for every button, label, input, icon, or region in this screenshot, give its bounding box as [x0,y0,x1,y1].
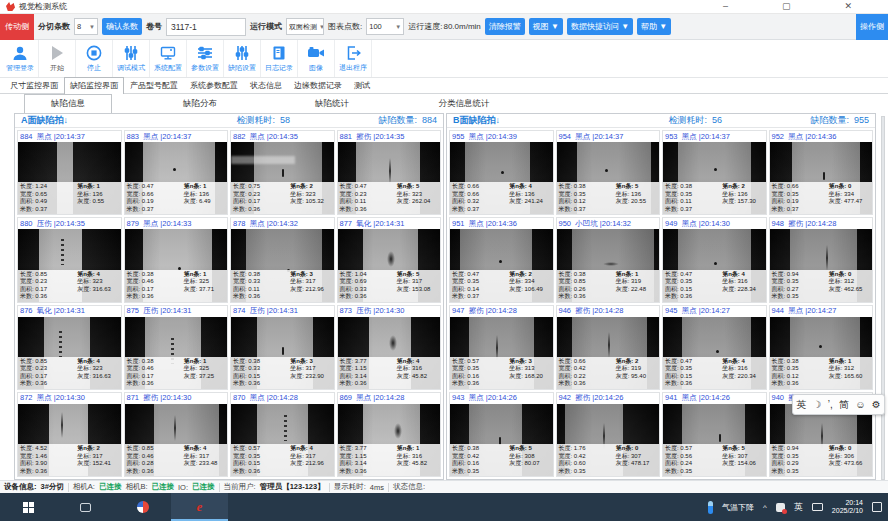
ime-item[interactable]: ’, [828,399,833,410]
defect-cell-872[interactable]: 872 黑点 |20:14:30长度: 4.52宽度: 1.46面积: 3.90… [17,392,122,477]
defect-cell-944[interactable]: 944 黑点 |20:14:27长度: 0.38宽度: 0.35面积: 0.12… [769,305,874,390]
defect-cell-873[interactable]: 873 压伤 |20:14:30长度: 3.77宽度: 1.15面积: 3.14… [337,305,442,390]
defect-cell-953[interactable]: 953 黑点 |20:14:37长度: 0.38宽度: 0.35面积: 0.11… [662,130,767,215]
图像-button[interactable]: 图像 [298,40,335,77]
defect-image[interactable]: 长度: 0.57宽度: 0.35面积: 0.15米数: 0.36第n条: 4坐标… [231,404,334,476]
defect-image[interactable]: 长度: 0.47宽度: 0.35面积: 0.15米数: 0.36第n条: 4坐标… [663,317,766,389]
defect-cell-876[interactable]: 876 氧化 |20:14:31长度: 0.85宽度: 0.23面积: 0.17… [17,305,122,390]
开始-button[interactable]: 开始 [39,40,76,77]
minimize-button[interactable]: – [723,2,728,11]
defect-image[interactable]: 长度: 0.85宽度: 0.23面积: 0.17米数: 0.36第n条: 4坐标… [18,229,121,301]
clear-alarm-button[interactable]: 清除报警 [485,18,525,35]
defect-image[interactable]: 长度: 0.38宽度: 0.35面积: 0.12米数: 0.37第n条: 5坐标… [557,142,660,214]
defect-cell-951[interactable]: 951 黑点 |20:14:36长度: 0.47宽度: 0.35面积: 0.14… [449,217,554,302]
notification-center-icon[interactable] [872,502,882,512]
停止-button[interactable]: 停止 [76,40,113,77]
vertical-scrollbar[interactable] [881,116,885,480]
defect-image[interactable]: 长度: 0.38宽度: 0.33面积: 0.11米数: 0.36第n条: 3坐标… [231,229,334,301]
缺陷设置-button[interactable]: 缺陷设置 [224,40,261,77]
defect-cell-875[interactable]: 875 压伤 |20:14:31长度: 0.38宽度: 0.46面积: 0.17… [124,305,229,390]
quick-access-menu-button[interactable]: 数据快捷访问 ▼ [567,18,633,35]
subtab-分类信息统计[interactable]: 分类信息统计 [420,94,508,114]
defect-cell-945[interactable]: 945 黑点 |20:14:27长度: 0.47宽度: 0.35面积: 0.15… [662,305,767,390]
defect-cell-946[interactable]: 946 擦伤 |20:14:28长度: 0.66宽度: 0.42面积: 0.22… [556,305,661,390]
defect-cell-942[interactable]: 942 擦伤 |20:14:26长度: 1.76宽度: 0.42面积: 0.60… [556,392,661,477]
task-view-button[interactable] [57,493,114,521]
defect-image[interactable]: 长度: 0.47宽度: 0.66面积: 0.19米数: 0.37第n条: 1坐标… [125,142,228,214]
defect-image[interactable]: 长度: 0.57宽度: 0.35面积: 0.16米数: 0.36第n条: 3坐标… [450,317,553,389]
defect-cell-941[interactable]: 941 黑点 |20:14:26长度: 0.57宽度: 0.56面积: 0.24… [662,392,767,477]
defect-image[interactable]: 长度: 0.38宽度: 0.33面积: 0.15米数: 0.36第n条: 3坐标… [231,317,334,389]
defect-cell-878[interactable]: 878 黑点 |20:14:32长度: 0.38宽度: 0.33面积: 0.11… [230,217,335,302]
defect-image[interactable]: 长度: 1.04宽度: 0.69面积: 0.33米数: 0.36第n条: 5坐标… [338,229,441,301]
tab-系统参数配置[interactable]: 系统参数配置 [184,77,244,93]
tab-产品型号配置[interactable]: 产品型号配置 [124,77,184,93]
defect-cell-950[interactable]: 950 小凹坑 |20:14:32长度: 0.38宽度: 0.85面积: 0.2… [556,217,661,302]
defect-cell-955[interactable]: 955 黑点 |20:14:39长度: 0.66宽度: 0.66面积: 0.32… [449,130,554,215]
defect-image[interactable]: 长度: 0.47宽度: 0.35面积: 0.15米数: 0.36第n条: 4坐标… [663,229,766,301]
ime-item[interactable]: ☺ [855,399,865,410]
defect-cell-884[interactable]: 884 黑点 |20:14:37长度: 1.24宽度: 0.65面积: 0.49… [17,130,122,215]
subtab-缺陷分布[interactable]: 缺陷分布 [156,94,244,114]
close-button[interactable]: ✕ [844,2,852,11]
help-menu-button[interactable]: 帮助 ▼ [637,18,671,35]
defect-image[interactable]: 长度: 0.47宽度: 0.23面积: 0.11米数: 0.36第n条: 5坐标… [338,142,441,214]
weather-text[interactable]: 气温下降 [722,502,754,513]
view-menu-button[interactable]: 视图 ▼ [529,18,563,35]
defect-image[interactable]: 长度: 0.66宽度: 0.35面积: 0.19米数: 0.37第n条: 0坐标… [770,142,873,214]
defect-image[interactable]: 长度: 0.66宽度: 0.42面积: 0.22米数: 0.36第n条: 2坐标… [557,317,660,389]
chart-points-select[interactable]: 100▼ [366,18,404,35]
日志记录-button[interactable]: 日志记录 [261,40,298,77]
退出程序-button[interactable]: 退出程序 [335,40,372,77]
defect-image[interactable]: 长度: 0.38宽度: 0.42面积: 0.16米数: 0.35第n条: 5坐标… [450,404,553,476]
defect-cell-882[interactable]: 882 黑点 |20:14:35长度: 0.75宽度: 0.23面积: 0.17… [230,130,335,215]
defect-cell-943[interactable]: 943 黑点 |20:14:26长度: 0.38宽度: 0.42面积: 0.16… [449,392,554,477]
defect-image[interactable]: 长度: 3.77宽度: 1.15面积: 3.14米数: 0.36第n条: 1坐标… [338,404,441,476]
defect-cell-949[interactable]: 949 黑点 |20:14:30长度: 0.47宽度: 0.35面积: 0.15… [662,217,767,302]
defect-image[interactable]: 长度: 1.76宽度: 0.42面积: 0.60米数: 0.35第n条: 0坐标… [557,404,660,476]
tab-缺陷监控界面[interactable]: 缺陷监控界面 [64,77,124,94]
defect-cell-880[interactable]: 880 压伤 |20:14:35长度: 0.85宽度: 0.23面积: 0.17… [17,217,122,302]
taskbar-app-sogou[interactable] [114,493,171,521]
ime-toolbar[interactable]: 英☽’,简☺⚙ [792,394,885,415]
defect-image[interactable]: 长度: 0.38宽度: 0.85面积: 0.26米数: 0.36第n条: 1坐标… [557,229,660,301]
defect-cell-883[interactable]: 883 黑点 |20:14:37长度: 0.47宽度: 0.66面积: 0.19… [124,130,229,215]
ime-item[interactable]: ☽ [812,399,821,410]
defect-image[interactable]: 长度: 0.85宽度: 0.46面积: 0.28米数: 0.36第n条: 4坐标… [125,404,228,476]
ime-item[interactable]: ⚙ [872,399,881,410]
subtab-缺陷统计[interactable]: 缺陷统计 [288,94,376,114]
run-mode-select[interactable]: 双面检测▼ [286,18,324,35]
defect-image[interactable]: 长度: 3.77宽度: 1.15面积: 3.14米数: 0.36第n条: 4坐标… [338,317,441,389]
confirm-count-button[interactable]: 确认条数 [102,18,142,35]
defect-image[interactable]: 长度: 0.85宽度: 0.23面积: 0.17米数: 0.36第n条: 4坐标… [18,317,121,389]
taskbar-clock[interactable]: 20:14 2025/2/10 [832,499,863,515]
defect-cell-874[interactable]: 874 压伤 |20:14:31长度: 0.38宽度: 0.33面积: 0.15… [230,305,335,390]
管理登录-button[interactable]: 管理登录 [2,40,39,77]
defect-cell-948[interactable]: 948 擦伤 |20:14:28长度: 0.94宽度: 0.35面积: 0.27… [769,217,874,302]
defect-cell-879[interactable]: 879 黑点 |20:14:33长度: 0.38宽度: 0.46面积: 0.17… [124,217,229,302]
调试模式-button[interactable]: 调试模式 [113,40,150,77]
taskbar-app-inspection[interactable]: e [171,493,228,521]
defect-image[interactable]: 长度: 0.38宽度: 0.46面积: 0.17米数: 0.36第n条: 1坐标… [125,317,228,389]
defect-image[interactable]: 长度: 0.75宽度: 0.23面积: 0.17米数: 0.36第n条: 2坐标… [231,142,334,214]
start-button[interactable] [0,493,57,521]
defect-cell-954[interactable]: 954 黑点 |20:14:37长度: 0.38宽度: 0.35面积: 0.12… [556,130,661,215]
defect-cell-881[interactable]: 881 擦伤 |20:14:35长度: 0.47宽度: 0.23面积: 0.11… [337,130,442,215]
tray-app-icon[interactable] [776,503,785,512]
defect-cell-877[interactable]: 877 氧化 |20:14:31长度: 1.04宽度: 0.69面积: 0.33… [337,217,442,302]
系统配置-button[interactable]: 系统配置 [150,40,187,77]
tab-尺寸监控界面[interactable]: 尺寸监控界面 [4,77,64,93]
keyboard-icon[interactable] [812,503,823,511]
roll-number-input[interactable]: 3117-1 [166,18,246,36]
defect-image[interactable]: 长度: 0.66宽度: 0.66面积: 0.32米数: 0.37第n条: 4坐标… [450,142,553,214]
defect-image[interactable]: 长度: 0.47宽度: 0.35面积: 0.14米数: 0.37第n条: 2坐标… [450,229,553,301]
defect-image[interactable]: 长度: 0.57宽度: 0.56面积: 0.24米数: 0.35第n条: 5坐标… [663,404,766,476]
defect-cell-869[interactable]: 869 黑点 |20:14:28长度: 3.77宽度: 1.15面积: 3.14… [337,392,442,477]
tab-边缘数据记录[interactable]: 边缘数据记录 [288,77,348,93]
defect-cell-952[interactable]: 952 黑点 |20:14:36长度: 0.66宽度: 0.35面积: 0.19… [769,130,874,215]
defect-image[interactable]: 长度: 0.38宽度: 0.46面积: 0.17米数: 0.36第n条: 1坐标… [125,229,228,301]
defect-image[interactable]: 长度: 0.38宽度: 0.35面积: 0.11米数: 0.37第n条: 2坐标… [663,142,766,214]
drive-side-button[interactable]: 传动侧 [0,14,34,40]
slit-count-select[interactable]: 8▼ [74,18,98,35]
defect-image[interactable]: 长度: 1.24宽度: 0.65面积: 0.49米数: 0.37第n条: 1坐标… [18,142,121,214]
